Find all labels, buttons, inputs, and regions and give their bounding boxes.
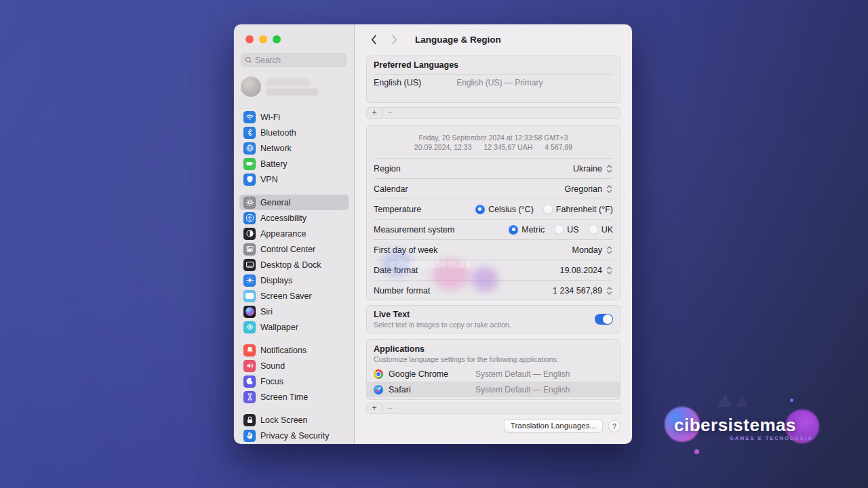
close-window-button[interactable] bbox=[245, 35, 254, 43]
date-format-value: 19.08.2024 bbox=[559, 266, 602, 275]
radio-unselected-icon bbox=[543, 205, 553, 214]
format-preview: Friday, 20 September 2024 at 12:33:58 GM… bbox=[367, 126, 620, 158]
calendar-popup-button[interactable] bbox=[606, 184, 613, 194]
vpn-icon bbox=[243, 174, 256, 186]
sidebar-item-label: Privacy & Security bbox=[260, 431, 329, 441]
privacy-hand-icon bbox=[243, 430, 256, 442]
watermark-subtitle: GAMES E TECNOLOGIA bbox=[730, 435, 813, 441]
number-format-popup-button[interactable] bbox=[606, 286, 613, 296]
sidebar-item-battery[interactable]: Battery bbox=[239, 156, 349, 171]
preferred-languages-header: Preferred Languages bbox=[374, 60, 458, 70]
remove-language-button[interactable]: − bbox=[382, 108, 397, 118]
search-field[interactable] bbox=[241, 53, 347, 67]
watermark-title: cibersistemas bbox=[674, 415, 796, 436]
radio-unselected-icon bbox=[554, 225, 564, 235]
pane-header: Language & Region bbox=[366, 24, 620, 54]
cibersistemas-watermark: cibersistemas GAMES E TECNOLOGIA bbox=[665, 394, 821, 455]
sidebar-item-focus[interactable]: Focus bbox=[239, 373, 349, 389]
language-detail: English (US) — Primary bbox=[456, 78, 542, 87]
fahrenheit-option[interactable]: Fahrenheit (°F) bbox=[543, 205, 613, 214]
sidebar-item-label: Lock Screen bbox=[260, 415, 307, 425]
user-profile[interactable] bbox=[241, 75, 347, 98]
sidebar-item-label: Wallpaper bbox=[260, 323, 298, 332]
system-settings-window: Wi-FiBluetoothNetworkBatteryVPNGeneralAc… bbox=[234, 24, 632, 444]
forward-button[interactable] bbox=[387, 32, 401, 47]
sidebar-item-wallpaper[interactable]: Wallpaper bbox=[239, 319, 349, 335]
window-controls bbox=[239, 24, 349, 49]
region-row: Region Ukraine bbox=[367, 159, 620, 178]
preview-short-date: 20.09.2024, 12:33 bbox=[414, 143, 472, 151]
sidebar-item-sound[interactable]: Sound bbox=[239, 358, 349, 373]
sidebar-group: NotificationsSoundFocusScreen Time bbox=[239, 342, 349, 405]
sidebar-item-label: Appearance bbox=[260, 229, 306, 239]
live-text-toggle[interactable] bbox=[595, 314, 613, 325]
search-input[interactable] bbox=[255, 56, 343, 65]
radio-selected-icon bbox=[475, 205, 485, 214]
help-button[interactable]: ? bbox=[608, 420, 620, 432]
sidebar-item-bluetooth[interactable]: Bluetooth bbox=[239, 125, 349, 140]
page-title: Language & Region bbox=[415, 35, 501, 45]
sidebar-group: GeneralAccessibilityAppearanceControl Ce… bbox=[239, 195, 349, 335]
sidebar-item-label: Screen Saver bbox=[260, 291, 312, 301]
user-name-redacted bbox=[266, 79, 319, 96]
sidebar-item-screen-time[interactable]: Screen Time bbox=[239, 389, 349, 405]
applications-subtitle: Customize language settings for the foll… bbox=[374, 355, 613, 363]
back-button[interactable] bbox=[366, 32, 381, 47]
sidebar-item-appearance[interactable]: Appearance bbox=[239, 226, 349, 241]
sidebar-item-control-center[interactable]: Control Center bbox=[239, 241, 349, 257]
applications-box: Applications Customize language settings… bbox=[366, 339, 620, 400]
remove-application-button[interactable]: − bbox=[382, 403, 397, 413]
sidebar-item-general[interactable]: General bbox=[239, 195, 349, 210]
focus-moon-icon bbox=[243, 375, 256, 388]
number-format-row: Number format 1 234 567,89 bbox=[367, 281, 620, 300]
safari-icon bbox=[374, 385, 383, 394]
applications-list-controls: + − bbox=[366, 403, 620, 414]
date-format-popup-button[interactable] bbox=[606, 266, 613, 275]
sidebar-item-label: Bluetooth bbox=[260, 128, 296, 138]
sidebar-item-label: Battery bbox=[260, 159, 288, 169]
metric-option[interactable]: Metric bbox=[509, 225, 545, 235]
add-language-button[interactable]: + bbox=[367, 108, 382, 118]
minimize-window-button[interactable] bbox=[259, 35, 267, 43]
sidebar-item-wi-fi[interactable]: Wi-Fi bbox=[239, 109, 349, 125]
sidebar-item-displays[interactable]: Displays bbox=[239, 272, 349, 288]
footer-bar: Translation Languages... ? bbox=[366, 420, 620, 432]
sidebar-item-notifications[interactable]: Notifications bbox=[239, 342, 349, 358]
sidebar-item-label: Siri bbox=[260, 307, 273, 317]
app-row-safari[interactable]: Safari System Default — English bbox=[367, 382, 620, 397]
region-popup-button[interactable] bbox=[606, 164, 613, 174]
sidebar-item-network[interactable]: Network bbox=[239, 140, 349, 156]
us-option[interactable]: US bbox=[554, 225, 578, 235]
sidebar-nav: Wi-FiBluetoothNetworkBatteryVPNGeneralAc… bbox=[239, 109, 349, 443]
sidebar-item-siri[interactable]: Siri bbox=[239, 304, 349, 319]
uk-option[interactable]: UK bbox=[589, 225, 613, 235]
sidebar-item-privacy-security[interactable]: Privacy & Security bbox=[239, 428, 349, 443]
zoom-window-button[interactable] bbox=[273, 35, 281, 43]
language-row[interactable]: English (US) English (US) — Primary bbox=[367, 75, 620, 91]
sidebar-item-lock-screen[interactable]: Lock Screen bbox=[239, 412, 349, 428]
celsius-option[interactable]: Celsius (°C) bbox=[475, 205, 534, 214]
chrome-icon bbox=[374, 369, 383, 379]
wifi-icon bbox=[243, 111, 256, 123]
preview-currency: 12 345,67 UAH bbox=[484, 143, 532, 151]
displays-icon bbox=[243, 274, 256, 287]
add-application-button[interactable]: + bbox=[367, 403, 382, 413]
translation-languages-button[interactable]: Translation Languages... bbox=[504, 420, 603, 432]
screen-time-hourglass-icon bbox=[243, 391, 256, 403]
sidebar-group: Lock ScreenPrivacy & Security bbox=[239, 412, 349, 443]
appearance-icon bbox=[243, 228, 256, 240]
sidebar-item-desktop-dock[interactable]: Desktop & Dock bbox=[239, 257, 349, 272]
sidebar-item-label: VPN bbox=[260, 175, 278, 184]
sidebar-item-vpn[interactable]: VPN bbox=[239, 171, 349, 187]
notifications-bell-icon bbox=[243, 344, 256, 357]
sidebar-item-accessibility[interactable]: Accessibility bbox=[239, 210, 349, 226]
first-day-popup-button[interactable] bbox=[606, 245, 613, 255]
bluetooth-icon bbox=[243, 127, 256, 139]
preview-date-line: Friday, 20 September 2024 at 12:33:58 GM… bbox=[418, 134, 568, 142]
wallpaper-icon bbox=[243, 321, 256, 333]
control-center-icon bbox=[243, 243, 256, 256]
language-name: English (US) bbox=[374, 78, 421, 87]
sidebar-item-screen-saver[interactable]: Screen Saver bbox=[239, 288, 349, 304]
app-row-chrome[interactable]: Google Chrome System Default — English bbox=[367, 366, 620, 382]
gear-icon bbox=[243, 197, 256, 209]
